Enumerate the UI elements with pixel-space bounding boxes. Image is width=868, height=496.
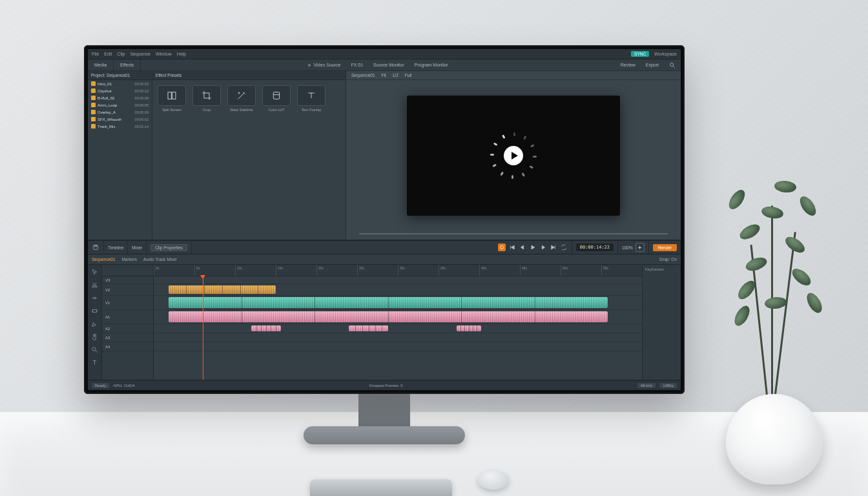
razor-tool-icon[interactable] <box>90 280 99 289</box>
track-header[interactable]: V3 <box>102 276 153 284</box>
effect-preset[interactable]: Warp Stabilize <box>227 85 256 112</box>
svg-marker-14 <box>551 245 554 249</box>
menu-item[interactable]: Window <box>156 52 172 56</box>
snap-toggle[interactable]: Snap: On <box>659 257 677 262</box>
play-icon[interactable] <box>504 146 523 165</box>
menu-item[interactable]: Clip <box>117 52 125 56</box>
video-clip[interactable] <box>169 285 276 294</box>
record-icon[interactable] <box>498 243 506 251</box>
menu-item[interactable]: Sequence <box>130 52 150 56</box>
resolution-half[interactable]: 1/2 <box>393 73 398 78</box>
audio-clip[interactable] <box>457 326 481 331</box>
timeline-lane[interactable] <box>154 284 642 296</box>
track-header[interactable]: V2 <box>102 284 153 296</box>
effect-label: Crop <box>203 108 211 112</box>
markers-tab[interactable]: Markers <box>122 257 137 262</box>
menu-item[interactable]: File <box>92 52 99 56</box>
loop-icon[interactable] <box>560 243 568 251</box>
selection-tool-icon[interactable] <box>90 267 99 276</box>
sequence-tab[interactable]: Sequence01 <box>92 257 116 262</box>
monitor-tab[interactable]: Video Source <box>303 63 346 67</box>
crop-icon <box>192 85 221 106</box>
hand-tool-icon[interactable] <box>90 332 99 341</box>
timeline-lane[interactable] <box>154 310 642 324</box>
ripple-tool-icon[interactable] <box>90 293 99 302</box>
file-duration: 00:00:12 <box>135 89 149 93</box>
timeline-lane[interactable] <box>154 276 642 284</box>
track-header[interactable]: A1 <box>102 310 153 324</box>
render-button[interactable]: Render <box>653 244 677 251</box>
monitor-tab[interactable]: Source Monitor <box>368 63 409 67</box>
play-pause-icon[interactable] <box>529 243 537 251</box>
file-duration: 00:00:09 <box>135 110 149 114</box>
file-icon <box>91 96 96 100</box>
tab-effects[interactable]: Effects <box>114 59 141 70</box>
project-file-row[interactable]: SFX_Whoosh00:00:02 <box>88 116 152 123</box>
file-duration: 00:00:02 <box>135 118 149 121</box>
effect-preset[interactable]: Text Overlay <box>297 85 326 112</box>
project-file-row[interactable]: Intro_0100:00:03 <box>88 80 152 87</box>
svg-rect-6 <box>94 245 98 250</box>
timeline-lane[interactable] <box>154 333 642 342</box>
monitor-tab[interactable]: FX 01 <box>346 63 368 67</box>
track-header[interactable]: A4 <box>102 342 153 351</box>
zoom-fit[interactable]: Fit <box>382 73 386 78</box>
track-header[interactable]: A3 <box>102 333 153 342</box>
menu-item[interactable]: Help <box>177 52 186 56</box>
go-to-end-icon[interactable] <box>550 243 557 251</box>
video-clip[interactable] <box>169 297 608 308</box>
timeline-tab[interactable]: Timeline <box>108 245 123 250</box>
effect-preset[interactable]: Crop <box>192 85 221 112</box>
project-file-row[interactable]: Anim_Loop00:00:05 <box>88 101 152 108</box>
audio-clip[interactable] <box>169 311 608 322</box>
zoom-tool-icon[interactable] <box>90 345 99 354</box>
timeline-toolbar: Timeline Mixer Clip Properties 00:00:14:… <box>88 240 681 254</box>
step-back-icon[interactable] <box>519 243 526 251</box>
timeline-lane[interactable] <box>154 324 642 333</box>
audio-clip[interactable] <box>349 326 388 331</box>
timecode-display[interactable]: 00:00:14:22 <box>576 243 614 251</box>
track-header[interactable]: A2 <box>102 324 153 333</box>
sequence-name[interactable]: Sequence01 <box>351 73 375 78</box>
project-file-row[interactable]: Overlay_A00:00:09 <box>88 108 152 116</box>
mixer-tab[interactable]: Mixer <box>132 245 142 250</box>
zoom-level[interactable]: 100% <box>622 245 633 250</box>
review-button[interactable]: Review <box>615 63 641 67</box>
resolution-full[interactable]: Full <box>405 73 411 78</box>
ruler-tick: 0s <box>154 265 154 276</box>
playhead[interactable] <box>203 276 203 380</box>
search-icon[interactable] <box>664 62 681 68</box>
file-icon <box>91 88 96 93</box>
tab-media[interactable]: Media <box>88 59 114 70</box>
project-file-row[interactable]: Track_Mix00:01:14 <box>88 123 152 130</box>
effect-preset[interactable]: Split Screen <box>158 85 186 112</box>
time-ruler[interactable]: 0s5s10s15s20s25s30s35s40s45s50s55s60s <box>154 265 642 276</box>
menu-item[interactable]: Edit <box>104 52 112 56</box>
audio-clip[interactable] <box>251 326 280 331</box>
ruler-tick: 20s <box>316 265 317 276</box>
zoom-in-icon[interactable]: + <box>636 243 645 252</box>
svg-rect-3 <box>172 92 176 99</box>
effect-preset[interactable]: Color LUT <box>262 85 291 112</box>
timeline-lane[interactable] <box>154 342 642 351</box>
program-monitor-viewer[interactable] <box>407 96 620 216</box>
timeline-lane[interactable] <box>154 296 642 310</box>
clip-properties-tab[interactable]: Clip Properties <box>150 244 187 251</box>
project-file-row[interactable]: B-Roll_0200:00:08 <box>88 94 152 101</box>
pen-tool-icon[interactable] <box>90 319 99 328</box>
go-to-start-icon[interactable] <box>508 243 516 251</box>
audio-mixer-tab[interactable]: Audio Track Mixer <box>143 257 177 262</box>
slip-tool-icon[interactable] <box>90 306 99 315</box>
workspace-menu[interactable]: Workspace <box>654 52 677 56</box>
monitor-tab[interactable]: Program Monitor <box>409 63 453 67</box>
scrub-bar[interactable] <box>346 231 681 240</box>
export-button[interactable]: Export <box>641 63 664 67</box>
status-bar: Ready GPU: CUDA Dropped Frames: 0 48 kHz… <box>88 380 681 390</box>
step-forward-icon[interactable] <box>539 243 547 251</box>
track-header[interactable]: V1 <box>102 296 153 310</box>
save-icon[interactable] <box>92 243 99 251</box>
timeline-lanes[interactable]: 0s5s10s15s20s25s30s35s40s45s50s55s60s <box>154 265 642 380</box>
text-tool-icon[interactable] <box>90 358 99 367</box>
project-file-row[interactable]: Cityshot00:00:12 <box>88 87 152 94</box>
wand-icon <box>227 85 256 106</box>
